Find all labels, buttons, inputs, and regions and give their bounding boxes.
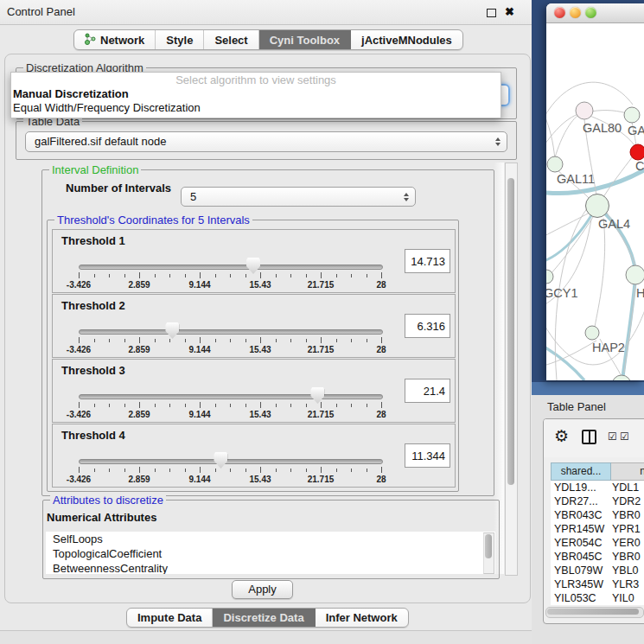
table-row[interactable]: YBR045CYBR0	[551, 550, 644, 564]
node-gal4[interactable]	[586, 194, 609, 218]
table-row[interactable]: YPR145WYPR1	[551, 522, 644, 536]
table-row[interactable]: YBL079WYBL0	[551, 564, 644, 577]
table-row[interactable]: YIL053CYIL0	[551, 591, 644, 605]
table-cell[interactable]: YDL19...	[551, 481, 609, 494]
threshold-value-field[interactable]	[405, 249, 450, 273]
spinner-arrows-icon[interactable]	[495, 137, 501, 146]
table-cell[interactable]: YBL0	[609, 564, 644, 577]
table-row[interactable]: YER054CYER0	[551, 536, 644, 550]
number-of-intervals-combo[interactable]: 5	[181, 187, 416, 207]
settings-vertical-scrollbar[interactable]	[505, 163, 518, 576]
table-cell[interactable]: YER054C	[551, 536, 609, 550]
tick-mark	[245, 404, 246, 407]
spinner-arrows-icon[interactable]	[404, 193, 409, 201]
table-data-combo[interactable]: galFiltered.sif default node	[25, 131, 507, 152]
table-cell[interactable]: YDR27...	[551, 494, 609, 508]
tab-cyni-toolbox[interactable]: Cyni Toolbox	[259, 30, 351, 49]
column-header-name[interactable]: na	[611, 462, 644, 481]
tick-mark	[290, 469, 291, 472]
tick-mark	[124, 404, 125, 407]
slider-track[interactable]	[79, 459, 383, 464]
close-icon[interactable]: ✖	[505, 3, 514, 21]
tab-network[interactable]: Network	[74, 30, 156, 49]
popup-item-manual-discretization[interactable]: Manual Discretization	[11, 87, 501, 101]
attributes-list-scrollbar[interactable]	[483, 532, 494, 574]
tab-impute-data[interactable]: Impute Data	[127, 609, 213, 627]
apply-button[interactable]: Apply	[232, 580, 293, 599]
tab-select[interactable]: Select	[204, 30, 258, 49]
close-traffic-light-icon[interactable]	[554, 7, 565, 18]
table-cell[interactable]: YBR043C	[551, 508, 609, 522]
scrollbar-thumb[interactable]	[507, 178, 514, 485]
table-cell[interactable]: YPR145W	[551, 522, 609, 536]
table-row[interactable]: YDL19...YDL1	[551, 481, 644, 494]
splitter-bar[interactable]	[532, 382, 644, 395]
tab-style[interactable]: Style	[156, 30, 204, 49]
threshold-slider[interactable]: -3.4262.8599.14415.4321.71528	[79, 263, 381, 289]
table-cell[interactable]: YDL1	[609, 481, 644, 494]
network-canvas[interactable]: GAL80 GA C GAL11 GAL4 GCY1 H HAP2	[546, 22, 644, 380]
tick-label: 21.715	[308, 280, 335, 290]
table-row[interactable]: YLR345WYLR3	[551, 577, 644, 591]
table-cell[interactable]: YPR1	[609, 522, 644, 536]
tab-jactivemnodules[interactable]: jActiveMNodules	[351, 30, 462, 49]
threshold-slider[interactable]: -3.4262.8599.14415.4321.71528	[79, 328, 381, 354]
attribute-list-item[interactable]: BetweennessCentrality	[46, 561, 495, 574]
threshold-value-field[interactable]	[405, 443, 450, 468]
tick-label: 28	[376, 280, 386, 290]
zoom-traffic-light-icon[interactable]	[585, 7, 596, 18]
table-horizontal-scrollbar[interactable]	[545, 607, 644, 618]
threshold-label: Threshold 2	[61, 299, 125, 312]
slider-track[interactable]	[79, 265, 383, 270]
tick-mark	[215, 274, 216, 277]
table-cell[interactable]: YDR2	[609, 494, 644, 508]
column-header-shared-name[interactable]: shared...	[551, 462, 611, 481]
attribute-list-item[interactable]: SelfLoops	[46, 532, 495, 546]
network-window-titlebar[interactable]	[546, 3, 644, 23]
attribute-list-item[interactable]: TopologicalCoefficient	[46, 546, 495, 561]
tick-mark	[169, 404, 170, 407]
tick-mark	[139, 272, 140, 278]
scrollbar-thumb[interactable]	[485, 534, 492, 558]
threshold-value-field[interactable]	[405, 379, 450, 403]
table-cell[interactable]: YLR345W	[551, 577, 609, 591]
table-cell[interactable]: YIL053C	[551, 591, 609, 605]
float-window-icon[interactable]	[487, 9, 496, 17]
table-cell[interactable]: YER0	[609, 536, 644, 550]
numerical-attributes-list[interactable]: SelfLoopsTopologicalCoefficientBetweenne…	[46, 532, 495, 574]
table-cell[interactable]: YBL079W	[551, 564, 609, 577]
threshold-value-field[interactable]	[405, 314, 450, 338]
tick-mark	[260, 272, 261, 278]
table-row[interactable]: YBR043CYBR0	[551, 508, 644, 522]
node-gal11[interactable]	[547, 156, 563, 172]
gear-icon[interactable]: ⚙	[554, 427, 569, 446]
table-cell[interactable]: YIL0	[609, 591, 644, 605]
tab-infer-network[interactable]: Infer Network	[316, 609, 408, 627]
checkbox-icon[interactable]: ☑	[620, 430, 629, 443]
node-h[interactable]	[626, 265, 644, 284]
slider-track[interactable]	[79, 394, 383, 399]
table-cell[interactable]: YBR045C	[551, 550, 609, 564]
node-hap2[interactable]	[585, 326, 599, 340]
tick-mark	[109, 339, 110, 342]
table-cell[interactable]: YBR0	[609, 550, 644, 564]
control-panel-titlebar: Control Panel ✖	[0, 0, 534, 25]
checkbox-icon[interactable]: ☑	[608, 430, 617, 443]
split-columns-icon[interactable]	[582, 430, 596, 444]
node-partial-top-right[interactable]	[624, 107, 640, 123]
popup-item-equal-width-frequency[interactable]: Equal Width/Frequency Discretization	[11, 101, 501, 115]
table-body[interactable]: YDL19...YDL1YDR27...YDR2YBR043CYBR0YPR14…	[551, 481, 644, 605]
tick-label: 28	[376, 345, 386, 354]
node-red[interactable]	[630, 144, 644, 160]
minimize-traffic-light-icon[interactable]	[570, 7, 581, 18]
slider-track[interactable]	[79, 329, 383, 335]
threshold-slider[interactable]: -3.4262.8599.14415.4321.71528	[79, 457, 381, 483]
node-partial-bottom[interactable]	[612, 375, 631, 380]
scrollbar-thumb[interactable]	[547, 609, 639, 615]
threshold-slider[interactable]: -3.4262.8599.14415.4321.71528	[79, 392, 381, 418]
tab-discretize-data[interactable]: Discretize Data	[213, 609, 315, 627]
table-row[interactable]: YDR27...YDR2	[551, 494, 644, 508]
node-gal80[interactable]	[576, 102, 593, 119]
table-cell[interactable]: YBR0	[609, 508, 644, 522]
table-cell[interactable]: YLR3	[609, 577, 644, 591]
